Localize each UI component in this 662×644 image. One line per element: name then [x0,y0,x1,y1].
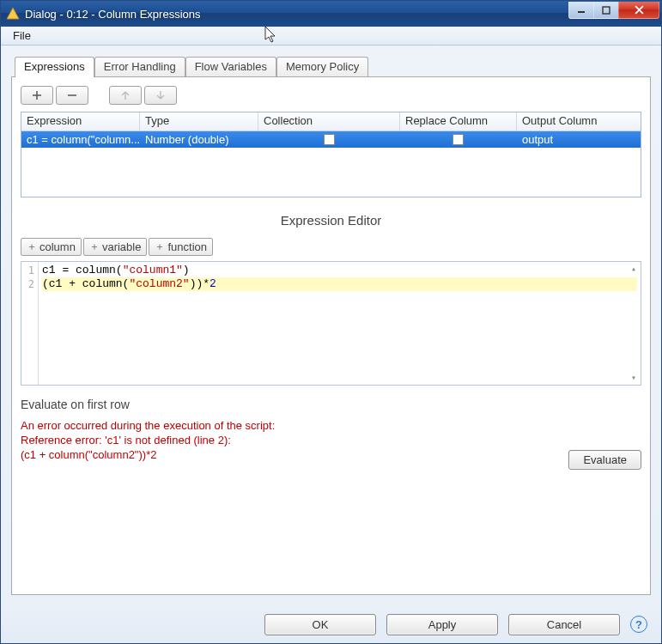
cell-replace-column[interactable] [400,131,517,148]
col-header-collection[interactable]: Collection [258,112,400,131]
cell-output-column[interactable]: output [517,131,641,148]
tab-memory-policy[interactable]: Memory Policy [276,57,368,76]
insert-toolbar: ＋ column ＋ variable ＋ function [21,238,641,256]
tab-expressions[interactable]: Expressions [15,57,94,77]
app-icon [6,7,20,21]
insert-column-label: column [39,240,76,253]
cell-expression[interactable]: c1 = column("column... [21,131,140,148]
apply-button[interactable]: Apply [386,614,498,635]
svg-rect-1 [578,11,585,13]
window-controls [569,2,659,19]
plus-icon: ＋ [27,240,37,254]
help-icon[interactable]: ? [630,616,647,633]
insert-function-button[interactable]: ＋ function [149,238,213,256]
tabpanel-expressions: Expression Type Collection Replace Colum… [11,76,651,595]
cell-type[interactable]: Number (double) [140,131,258,148]
table-body: c1 = column("column... Number (double) o… [21,131,641,197]
ok-button[interactable]: OK [264,614,376,635]
expressions-table[interactable]: Expression Type Collection Replace Colum… [21,112,641,197]
col-header-replace-column[interactable]: Replace Column [400,112,517,131]
code-gutter: 12 [21,262,39,385]
svg-marker-0 [7,8,19,19]
maximize-button[interactable] [593,2,619,19]
insert-variable-label: variable [102,240,142,253]
error-line: (c1 + column("column2"))*2 [21,447,551,462]
expression-toolbar [21,86,641,105]
error-output: An error occurred during the execution o… [21,418,551,462]
plus-icon: ＋ [89,240,100,254]
remove-expression-button[interactable] [56,86,88,105]
plus-icon: ＋ [155,240,165,254]
evaluate-button[interactable]: Evaluate [568,450,641,470]
dialog-footer: OK Apply Cancel ? [1,605,661,643]
close-button[interactable] [618,2,659,19]
code-editor[interactable]: 12 c1 = column("column1") (c1 + column("… [21,261,641,386]
replace-column-checkbox[interactable] [452,134,464,145]
move-down-button[interactable] [144,86,177,105]
tab-flow-variables[interactable]: Flow Variables [185,57,276,76]
code-content[interactable]: c1 = column("column1") (c1 + column("col… [39,262,641,385]
menubar: File [1,27,661,46]
col-header-expression[interactable]: Expression [21,112,140,131]
evaluate-label: Evaluate on first row [21,398,641,411]
scroll-down-icon[interactable]: ▾ [627,371,641,385]
error-line: An error occurred during the execution o… [21,418,551,433]
scroll-up-icon[interactable]: ▴ [627,262,641,276]
window-title: Dialog - 0:12 - Column Expressions [25,8,569,21]
tab-error-handling[interactable]: Error Handling [94,57,185,76]
dialog-window: Dialog - 0:12 - Column Expressions File … [0,0,662,644]
insert-function-label: function [167,240,207,253]
cancel-button[interactable]: Cancel [508,614,620,635]
evaluate-row: An error occurred during the execution o… [21,418,641,470]
svg-rect-2 [603,7,610,14]
error-line: Reference error: 'c1' is not defined (li… [21,433,551,447]
expression-editor-title: Expression Editor [21,213,641,228]
insert-column-button[interactable]: ＋ column [21,238,82,256]
client-area: Expressions Error Handling Flow Variable… [1,46,661,605]
tabstrip: Expressions Error Handling Flow Variable… [15,56,651,76]
table-row[interactable]: c1 = column("column... Number (double) o… [21,131,641,148]
minimize-button[interactable] [568,2,594,19]
titlebar[interactable]: Dialog - 0:12 - Column Expressions [1,1,661,27]
collection-checkbox[interactable] [324,134,335,145]
cell-collection[interactable] [258,131,400,148]
table-header: Expression Type Collection Replace Colum… [21,112,641,131]
move-up-button[interactable] [109,86,142,105]
menu-file[interactable]: File [6,27,38,44]
col-header-output-column[interactable]: Output Column [517,112,641,131]
add-expression-button[interactable] [21,86,53,105]
col-header-type[interactable]: Type [140,112,258,131]
insert-variable-button[interactable]: ＋ variable [83,238,148,256]
